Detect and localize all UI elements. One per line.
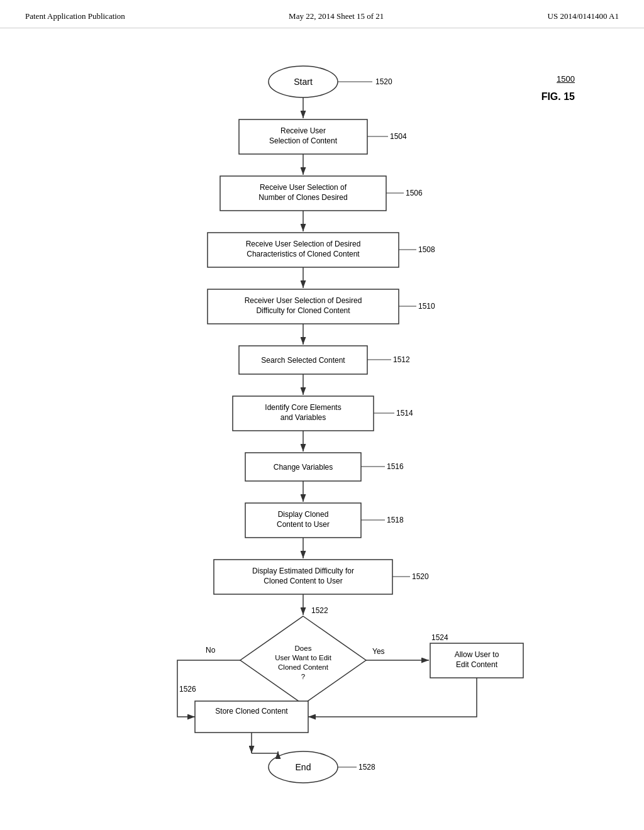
fig-label: FIG. 15 — [541, 91, 575, 102]
label-1520: 1520 — [375, 77, 392, 86]
header-middle: May 22, 2014 Sheet 15 of 21 — [289, 11, 384, 21]
label-1512: 1512 — [393, 355, 410, 364]
node-1518-line1: Display Cloned — [278, 510, 329, 519]
diamond-line1: Does — [295, 645, 312, 652]
node-1524-line2: Edit Content — [456, 660, 498, 669]
diamond-line2: User Want to Edit — [275, 654, 331, 661]
node-1518-line2: Content to User — [277, 520, 330, 529]
no-label: No — [206, 646, 216, 655]
end-label: End — [296, 762, 311, 772]
header-left: Patent Application Publication — [25, 11, 125, 21]
diamond-line4: ? — [301, 673, 305, 680]
diagram-container: FIG. 15 1500 Start 1520 Receive User Sel… — [0, 28, 644, 827]
label-1514: 1514 — [396, 409, 413, 418]
label-1506: 1506 — [406, 189, 423, 197]
label-1520b: 1520 — [412, 572, 429, 581]
label-1522: 1522 — [311, 606, 328, 615]
label-1524: 1524 — [431, 633, 448, 642]
node-1504-line2: Selection of Content — [269, 136, 338, 145]
node-1524-line1: Allow User to — [455, 650, 499, 659]
node-1514-line1: Identify Core Elements — [265, 403, 341, 412]
flowchart-svg: Start 1520 Receive User Selection of Con… — [102, 47, 542, 802]
node-1506-line1: Receive User Selection of — [260, 183, 347, 192]
yes-label: Yes — [372, 647, 385, 656]
page-header: Patent Application Publication May 22, 2… — [0, 0, 644, 28]
label-1526: 1526 — [179, 685, 196, 694]
node-1514-line2: and Variables — [280, 413, 326, 422]
node-1526-line1: Store Cloned Content — [215, 707, 288, 716]
node-1520b-line1: Display Estimated Difficulty for — [252, 567, 354, 575]
start-label: Start — [294, 77, 313, 87]
node-1508-line1: Receive User Selection of Desired — [246, 240, 361, 248]
label-1528: 1528 — [358, 763, 375, 772]
svg-rect-35 — [195, 701, 308, 733]
diagram-id: 1500 — [557, 74, 575, 84]
label-1518: 1518 — [387, 516, 404, 524]
node-1510-line1: Receiver User Selection of Desired — [245, 296, 362, 305]
header-right: US 2014/0141400 A1 — [548, 11, 619, 21]
node-1508-line2: Characteristics of Cloned Content — [247, 250, 360, 258]
node-1512: Search Selected Content — [261, 356, 345, 365]
node-1510-line2: Difficulty for Cloned Content — [256, 306, 350, 315]
node-1506-line2: Number of Clones Desired — [258, 193, 347, 202]
label-1516: 1516 — [387, 462, 404, 471]
node-1516: Change Variables — [274, 463, 333, 472]
node-1520b-line2: Cloned Content to User — [264, 577, 342, 585]
diamond-line3: Cloned Content — [278, 663, 329, 671]
label-1510: 1510 — [418, 302, 435, 311]
node-1504-line1: Receive User — [280, 126, 326, 135]
label-1504: 1504 — [390, 132, 407, 141]
label-1508: 1508 — [418, 245, 435, 254]
